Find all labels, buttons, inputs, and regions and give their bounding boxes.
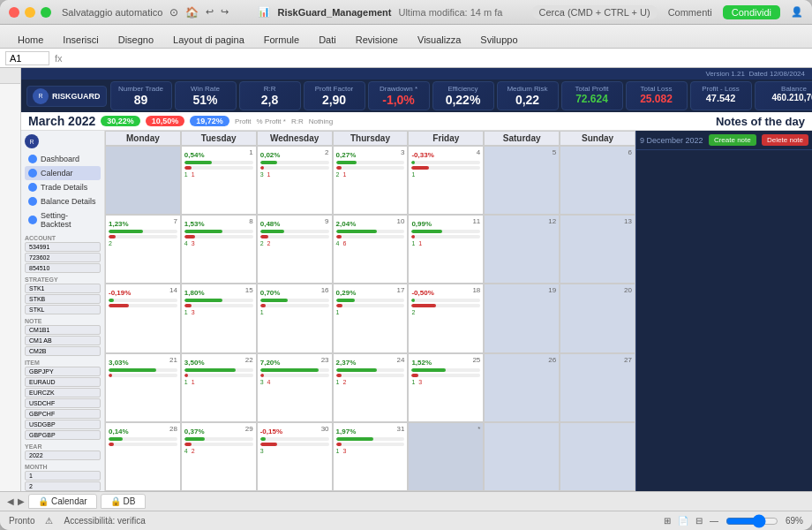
day-cell-21[interactable]: 3,03% 21: [105, 353, 181, 422]
month-1[interactable]: 1: [25, 471, 101, 481]
day-cell-1[interactable]: 0,54% 1 11: [181, 146, 257, 215]
day-cell-empty-end: *: [408, 422, 484, 491]
day-cell-15[interactable]: 1,80% 15 13: [181, 284, 257, 352]
strategy-2[interactable]: STKB: [25, 294, 101, 304]
toggle-icon[interactable]: ⊙: [169, 6, 178, 19]
month-2[interactable]: 2: [25, 481, 101, 491]
ready-status: Pronto: [9, 516, 34, 526]
day-cell-30[interactable]: -0,15% 30 3: [257, 422, 333, 491]
delete-note-button[interactable]: Delete note: [762, 134, 808, 146]
day-cell-14[interactable]: -0,19% 14: [105, 284, 181, 352]
nav-trade-details[interactable]: Trade Details: [25, 180, 101, 194]
day-cell-11[interactable]: 0,99% 11 11: [408, 215, 484, 284]
tab-disegno[interactable]: Disegno: [109, 32, 162, 48]
day-cell-16[interactable]: 0,70% 16 1: [257, 284, 333, 352]
tab-dati[interactable]: Dati: [310, 32, 345, 48]
day-cell-31[interactable]: 1,97% 31 13: [333, 422, 409, 491]
home-icon[interactable]: 🏠: [185, 6, 199, 19]
nav-settings[interactable]: Setting-Backtest: [25, 208, 101, 231]
day-cell-empty-1: [105, 146, 181, 215]
item-eurczk[interactable]: EURCZK: [25, 388, 101, 398]
day-cell-17[interactable]: 0,29% 17 1: [333, 284, 409, 352]
sheet-tab-calendar[interactable]: 🔒 Calendar: [28, 494, 97, 509]
note-1[interactable]: CM1B1: [25, 325, 101, 335]
day-cell-12: 12: [484, 215, 560, 284]
day-cell-3[interactable]: 0,27% 3 21: [333, 146, 409, 215]
minimize-button[interactable]: [25, 7, 35, 18]
share-button[interactable]: Condividi: [723, 5, 780, 19]
comments-button[interactable]: Commenti: [668, 7, 712, 18]
tab-visualizza[interactable]: Visualizza: [409, 32, 470, 48]
redo-icon[interactable]: ↪: [221, 6, 229, 18]
day-cell-2[interactable]: 0,02% 2 31: [257, 146, 333, 215]
right-arrow-icon[interactable]: ▶: [18, 496, 25, 506]
title-bar: Salvataggio automatico ⊙ 🏠 ↩ ↪ 📊 RiskGua…: [0, 0, 812, 25]
day-cell-4[interactable]: -0,33% 4 1: [408, 146, 484, 215]
item-gbpjpy[interactable]: GBPJPY: [25, 367, 101, 376]
day-cell-18[interactable]: -0,50% 18 2: [408, 284, 484, 352]
tab-layout[interactable]: Layout di pagina: [164, 32, 253, 48]
year-2022[interactable]: 2022: [25, 450, 101, 460]
stat-balance: Balance 460.210,76: [755, 81, 812, 110]
notes-date: 9 December 2022: [640, 136, 703, 145]
day-cell-end-sat: [484, 422, 560, 491]
day-cell-25[interactable]: 1,52% 25 13: [408, 353, 484, 422]
search-label[interactable]: Cerca (CMD + CTRL + U): [532, 5, 658, 19]
nav-dashboard[interactable]: Dashboard: [25, 152, 101, 166]
day-cell-10[interactable]: 2,04% 10 46: [333, 215, 409, 284]
profile-icon[interactable]: 👤: [791, 6, 803, 18]
zoom-slider[interactable]: [726, 514, 778, 528]
left-sidebar: R Dashboard Calendar Trade Details: [21, 131, 105, 491]
day-cell-24[interactable]: 2,37% 24 12: [333, 353, 409, 422]
day-header-sun: Sunday: [560, 131, 635, 146]
day-cell-29[interactable]: 0,37% 29 42: [181, 422, 257, 491]
nav-balance-details[interactable]: Balance Details: [25, 194, 101, 208]
page-view-icon[interactable]: 📄: [678, 516, 688, 526]
tab-sviluppo[interactable]: Sviluppo: [471, 32, 526, 48]
stat-medium-risk: Medium Risk 0,22: [497, 81, 559, 110]
undo-icon[interactable]: ↩: [206, 6, 214, 18]
lock-icon: 🔒: [38, 496, 49, 506]
day-header-sat: Saturday: [484, 131, 560, 146]
strategy-3[interactable]: STKL: [25, 305, 101, 314]
day-cell-7[interactable]: 1,23% 7 2: [105, 215, 181, 284]
day-cell-22[interactable]: 3,50% 22 11: [181, 353, 257, 422]
cell-reference[interactable]: A1: [5, 51, 49, 65]
tab-inserisci[interactable]: Inserisci: [54, 32, 107, 48]
note-3[interactable]: CM2B: [25, 346, 101, 356]
close-button[interactable]: [9, 7, 19, 18]
grid-view-icon[interactable]: ⊞: [664, 516, 671, 526]
left-arrow-icon[interactable]: ◀: [7, 496, 14, 506]
note-2[interactable]: CM1 AB: [25, 336, 101, 345]
stat-total-loss: Total Loss 25.082: [626, 81, 688, 110]
item-usdchf[interactable]: USDCHF: [25, 398, 101, 408]
account-1[interactable]: 534991: [25, 242, 101, 252]
day-cell-9[interactable]: 0,48% 9 22: [257, 215, 333, 284]
status-bar: Pronto ⚠ Accessibilità: verifica ⊞ 📄 ⊟ —…: [0, 511, 812, 530]
tab-formule[interactable]: Formule: [255, 32, 308, 48]
item-gbpchf[interactable]: GBPCHF: [25, 409, 101, 419]
strategy-1[interactable]: STK1: [25, 284, 101, 293]
tab-home[interactable]: Home: [9, 32, 52, 48]
item-euraud[interactable]: EURAUD: [25, 377, 101, 387]
account-3[interactable]: 854510: [25, 263, 101, 273]
month-header: March 2022 30,22% 10,50% 19,72% Profit %…: [21, 112, 812, 131]
item-label: ITEM: [25, 360, 101, 366]
day-cell-28[interactable]: 0,14% 28: [105, 422, 181, 491]
nav-calendar[interactable]: Calendar: [25, 166, 101, 180]
item-usdgbp[interactable]: USDGBP: [25, 420, 101, 429]
layout-icon[interactable]: ⊟: [695, 516, 703, 526]
bottom-area: ◀ ▶ 🔒 Calendar 🔒 DB Pronto ⚠ Accessibili…: [0, 491, 812, 530]
tab-revisione[interactable]: Revisione: [347, 32, 407, 48]
sheet-tab-db[interactable]: 🔒 DB: [101, 494, 146, 509]
status-right: ⊞ 📄 ⊟ — 69%: [664, 514, 803, 528]
stat-pill-3: 19,72%: [190, 116, 229, 126]
maximize-button[interactable]: [41, 7, 51, 18]
strategy-label: STRATEGY: [25, 276, 101, 283]
ribbon: Home Inserisci Disegno Layout di pagina …: [0, 25, 812, 49]
account-2[interactable]: 723602: [25, 253, 101, 262]
day-cell-23[interactable]: 7,20% 23 34: [257, 353, 333, 422]
item-gbpgbp[interactable]: GBPGBP: [25, 430, 101, 440]
day-cell-8[interactable]: 1,53% 8 43: [181, 215, 257, 284]
create-note-button[interactable]: Create note: [709, 134, 756, 146]
